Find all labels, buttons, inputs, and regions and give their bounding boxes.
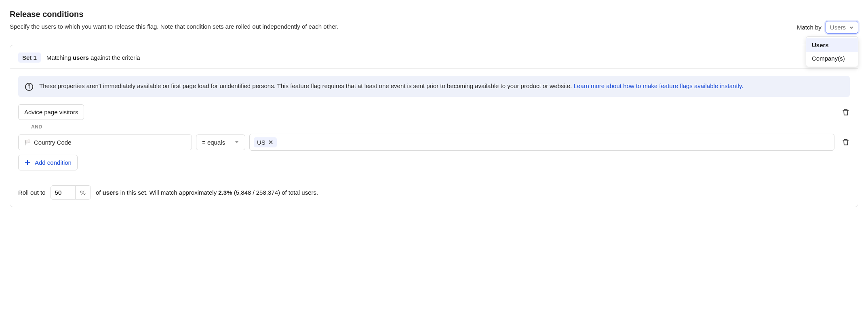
- matchby-select[interactable]: Users: [826, 21, 858, 34]
- cohort-chip[interactable]: Advice page visitors: [18, 104, 84, 120]
- remove-value-icon[interactable]: [268, 139, 274, 145]
- caret-down-icon: [234, 139, 239, 146]
- value-chip-us: US: [254, 137, 277, 147]
- info-banner: These properties aren't immediately avai…: [18, 76, 850, 97]
- matchby-dropdown: Users Company(s): [806, 36, 858, 67]
- dropdown-item-companies[interactable]: Company(s): [806, 52, 858, 65]
- plus-icon: [24, 160, 31, 166]
- info-text: These properties aren't immediately avai…: [39, 82, 743, 91]
- operator-select[interactable]: = equals: [196, 134, 245, 150]
- set-description: Matching users against the criteria: [46, 54, 140, 61]
- property-label: Country Code: [34, 139, 72, 146]
- operator-label: = equals: [202, 139, 225, 146]
- condition-set-card: Set 1 Matching users against the criteri…: [10, 45, 858, 207]
- and-label: AND: [27, 124, 46, 130]
- set-header: Set 1 Matching users against the criteri…: [10, 45, 858, 69]
- rollout-summary: of users in this set. Will match approxi…: [96, 189, 318, 196]
- info-icon: [25, 82, 34, 91]
- delete-condition-button[interactable]: [842, 108, 850, 116]
- property-icon: 🏳️: [24, 139, 31, 145]
- and-separator: AND: [10, 124, 858, 130]
- set-badge: Set 1: [18, 53, 41, 63]
- property-select[interactable]: 🏳️ Country Code: [18, 134, 192, 150]
- matchby-label: Match by: [797, 24, 822, 31]
- page-subtitle: Specify the users to which you want to r…: [10, 23, 797, 30]
- rollout-row: Roll out to % of users in this set. Will…: [10, 178, 858, 207]
- info-learn-more-link[interactable]: Learn more about how to make feature fla…: [574, 82, 744, 89]
- rollout-percent-input[interactable]: [51, 186, 75, 199]
- rollout-percent-input-wrap: %: [51, 185, 91, 200]
- chevron-down-icon: [849, 25, 854, 30]
- add-condition-label: Add condition: [35, 159, 72, 166]
- dropdown-item-users[interactable]: Users: [806, 38, 858, 52]
- rollout-prefix: Roll out to: [18, 189, 46, 196]
- percent-unit: %: [75, 186, 91, 199]
- svg-point-2: [29, 85, 29, 86]
- value-input[interactable]: US: [249, 134, 834, 151]
- delete-condition-button[interactable]: [842, 138, 850, 146]
- matchby-selected-value: Users: [830, 24, 846, 31]
- add-condition-button[interactable]: Add condition: [18, 155, 78, 170]
- page-title: Release conditions: [10, 10, 797, 19]
